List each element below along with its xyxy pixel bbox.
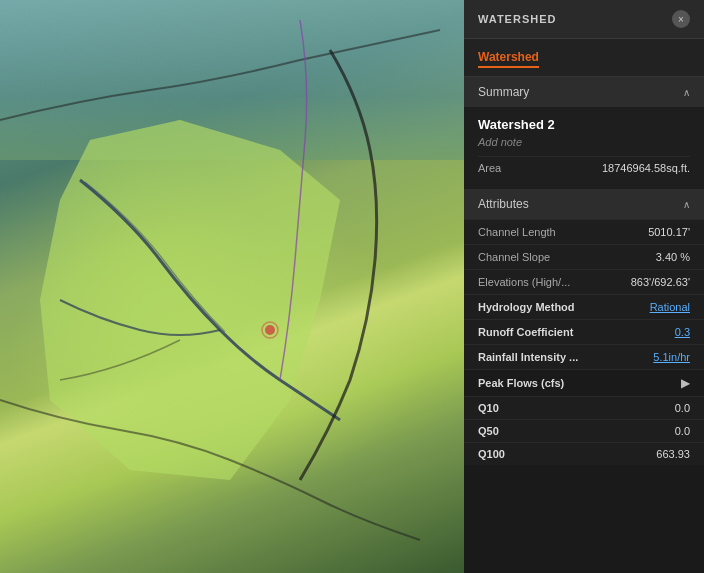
attributes-chevron: ∧ — [683, 199, 690, 210]
area-value: 18746964.58sq.ft. — [602, 162, 690, 174]
peak-flows-label: Peak Flows (cfs) — [478, 377, 564, 389]
area-row: Area 18746964.58sq.ft. — [478, 156, 690, 179]
add-note-field[interactable]: Add note — [478, 136, 690, 148]
q100-label: Q100 — [478, 448, 505, 460]
q100-row: Q100 663.93 — [464, 442, 704, 465]
rainfall-intensity-value[interactable]: 5.1in/hr — [653, 351, 690, 363]
hydrology-method-label: Hydrology Method — [478, 301, 575, 313]
q100-value: 663.93 — [656, 448, 690, 460]
runoff-coefficient-row: Runoff Coefficient 0.3 — [464, 319, 704, 344]
svg-point-0 — [265, 325, 275, 335]
q50-row: Q50 0.0 — [464, 419, 704, 442]
q50-label: Q50 — [478, 425, 499, 437]
runoff-coefficient-value[interactable]: 0.3 — [675, 326, 690, 338]
channel-slope-label: Channel Slope — [478, 251, 550, 263]
channel-slope-row: Channel Slope 3.40 % — [464, 244, 704, 269]
hydrology-method-value[interactable]: Rational — [650, 301, 690, 313]
hydrology-method-row: Hydrology Method Rational — [464, 294, 704, 319]
q10-label: Q10 — [478, 402, 499, 414]
channel-length-value: 5010.17' — [648, 226, 690, 238]
attributes-section-header[interactable]: Attributes ∧ — [464, 189, 704, 219]
elevations-value: 863'/692.63' — [631, 276, 690, 288]
peak-flows-header-row: Peak Flows (cfs) ▶ — [464, 369, 704, 396]
panel-nav: Watershed — [464, 39, 704, 77]
channel-length-row: Channel Length 5010.17' — [464, 219, 704, 244]
summary-section-header[interactable]: Summary ∧ — [464, 77, 704, 107]
rainfall-intensity-label: Rainfall Intensity ... — [478, 351, 578, 363]
summary-label: Summary — [478, 85, 529, 99]
panel-header: WATERSHED × — [464, 0, 704, 39]
side-panel: WATERSHED × Watershed Summary ∧ Watershe… — [464, 0, 704, 573]
elevations-row: Elevations (High/... 863'/692.63' — [464, 269, 704, 294]
peak-flows-content: Q10 0.0 Q50 0.0 Q100 663.93 — [464, 396, 704, 465]
cursor-icon: ▶ — [681, 376, 690, 390]
q50-value: 0.0 — [675, 425, 690, 437]
attributes-label: Attributes — [478, 197, 529, 211]
watershed-name: Watershed 2 — [478, 117, 690, 132]
channel-length-label: Channel Length — [478, 226, 556, 238]
panel-title: WATERSHED — [478, 13, 556, 25]
q10-row: Q10 0.0 — [464, 396, 704, 419]
q10-value: 0.0 — [675, 402, 690, 414]
close-button[interactable]: × — [672, 10, 690, 28]
attributes-content: Channel Length 5010.17' Channel Slope 3.… — [464, 219, 704, 369]
map-background — [0, 0, 464, 573]
runoff-coefficient-label: Runoff Coefficient — [478, 326, 573, 338]
watershed-tab[interactable]: Watershed — [478, 50, 539, 68]
channel-slope-value: 3.40 % — [656, 251, 690, 263]
summary-content: Watershed 2 Add note Area 18746964.58sq.… — [464, 107, 704, 189]
elevations-label: Elevations (High/... — [478, 276, 570, 288]
summary-chevron: ∧ — [683, 87, 690, 98]
area-label: Area — [478, 162, 501, 174]
rainfall-intensity-row: Rainfall Intensity ... 5.1in/hr — [464, 344, 704, 369]
map-streams-svg — [0, 0, 464, 573]
